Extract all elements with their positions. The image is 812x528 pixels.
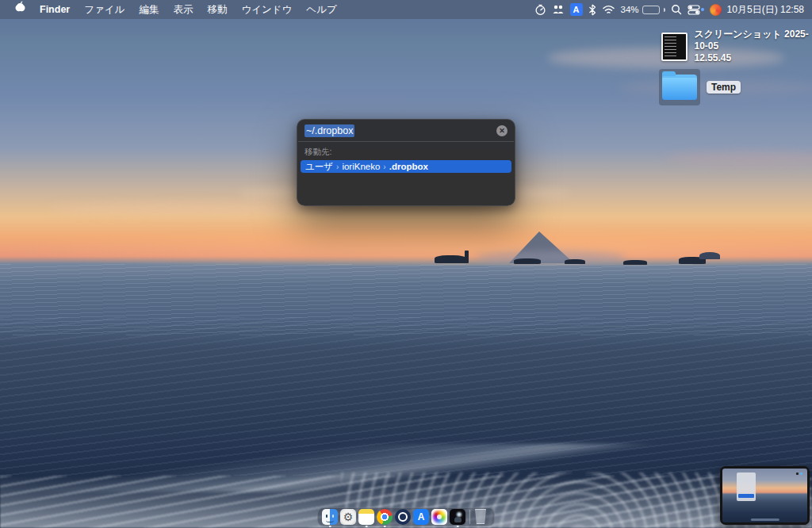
menu-edit[interactable]: 編集: [132, 0, 166, 19]
screenshot-text-lines: [665, 36, 676, 57]
dock: ⚙ A: [317, 507, 495, 526]
rock-silhouette: [435, 255, 466, 263]
folder-icon: [662, 75, 697, 100]
dock-photos[interactable]: [431, 509, 447, 525]
media-app-icon: [450, 509, 465, 525]
battery-indicator[interactable]: 34%: [621, 0, 665, 19]
bluetooth-icon[interactable]: [588, 0, 596, 19]
menu-go[interactable]: 移動: [200, 0, 234, 19]
menu-view[interactable]: 表示: [166, 0, 200, 19]
temp-folder-label: Temp: [707, 81, 741, 94]
apple-logo-icon: [15, 1, 25, 13]
dock-separator: [469, 510, 470, 524]
dock-trash[interactable]: [474, 509, 490, 525]
app-store-icon: A: [413, 509, 429, 525]
mini-dock: [750, 518, 779, 521]
trash-icon: [474, 509, 487, 524]
desktop-icon-temp-folder[interactable]: Temp: [659, 69, 741, 105]
dock-finder[interactable]: [322, 509, 338, 525]
menu-app-name[interactable]: Finder: [33, 0, 77, 19]
notes-icon: [358, 509, 374, 525]
dock-notes[interactable]: [358, 509, 374, 525]
island-silhouette: [699, 252, 720, 259]
go-to-folder-dialog: ~/.dropbox ✕ 移動先: ユーザ › ioriKneko › .dro…: [297, 119, 515, 206]
notification-dot: [701, 8, 704, 11]
path-input[interactable]: ~/.dropbox: [304, 125, 496, 136]
path-part-user: ioriKneko: [342, 162, 380, 171]
dock-app-store[interactable]: A: [413, 509, 429, 525]
photos-icon: [431, 509, 447, 525]
dock-chrome[interactable]: [377, 509, 393, 525]
mini-dialog: [737, 473, 756, 500]
gear-icon: ⚙: [340, 509, 356, 525]
result-row-dropbox[interactable]: ユーザ › ioriKneko › .dropbox: [301, 160, 511, 173]
finder-icon: [322, 509, 338, 525]
running-indicator: [366, 526, 368, 528]
screenshot-thumbnail-icon: [661, 33, 688, 61]
screenshot-label-line1: スクリーンショット 2025-10-05: [694, 29, 812, 52]
cloud: [666, 151, 812, 166]
spotlight-icon[interactable]: [671, 0, 682, 19]
menu-file[interactable]: ファイル: [77, 0, 132, 19]
screenshot-label: スクリーンショット 2025-10-05 12.55.45: [694, 29, 812, 64]
folder-selection-highlight: [659, 69, 700, 105]
lighthouse-silhouette: [465, 251, 469, 263]
input-method-icon[interactable]: A: [570, 3, 583, 16]
screenshot-label-line2: 12.55.45: [694, 52, 812, 64]
desktop-screen: Finder ファイル 編集 表示 移動 ウインドウ ヘルプ A: [0, 0, 812, 528]
clock-date[interactable]: 10月5日(日) 12:58: [727, 3, 804, 17]
apple-menu[interactable]: [8, 0, 33, 19]
chevron-right-icon: ›: [336, 163, 339, 171]
timer-status-icon[interactable]: [534, 0, 546, 19]
destination-section-label: 移動先:: [297, 142, 515, 160]
haze: [476, 251, 626, 265]
dock-1password[interactable]: [395, 509, 411, 525]
menu-bar-left: Finder ファイル 編集 表示 移動 ウインドウ ヘルプ: [0, 0, 344, 19]
battery-percent: 34%: [621, 5, 639, 14]
selected-input-text: ~/.dropbox: [304, 124, 354, 137]
menu-bar: Finder ファイル 編集 表示 移動 ウインドウ ヘルプ A: [0, 0, 812, 19]
chevron-right-icon: ›: [383, 163, 385, 171]
running-indicator: [329, 526, 331, 528]
screen-preview-content: [722, 469, 807, 522]
wifi-icon[interactable]: [602, 0, 615, 19]
close-icon[interactable]: ✕: [496, 125, 508, 136]
1password-icon: [395, 509, 411, 525]
screen-preview-window[interactable]: [720, 466, 810, 525]
running-indicator: [457, 526, 459, 528]
menu-bar-status: A 34%: [534, 0, 812, 19]
dock-media-app[interactable]: [450, 509, 465, 525]
battery-icon: [642, 6, 660, 14]
path-part-dropbox: .dropbox: [389, 162, 428, 171]
path-part-users: ユーザ: [305, 161, 333, 173]
people-status-icon[interactable]: [552, 0, 565, 19]
menu-window[interactable]: ウインドウ: [234, 0, 299, 19]
menu-help[interactable]: ヘルプ: [299, 0, 343, 19]
chrome-icon: [377, 509, 393, 525]
control-center-icon[interactable]: [688, 0, 704, 19]
desktop-icon-screenshot[interactable]: スクリーンショット 2025-10-05 12.55.45: [661, 29, 812, 64]
dialog-input-row: ~/.dropbox ✕: [297, 120, 515, 141]
browser-status-icon[interactable]: [710, 4, 722, 16]
dock-system-settings[interactable]: ⚙: [340, 509, 356, 525]
mini-desktop-icons: [796, 473, 802, 476]
battery-cap: [664, 8, 665, 12]
running-indicator: [384, 526, 386, 528]
rock-silhouette: [514, 258, 541, 264]
